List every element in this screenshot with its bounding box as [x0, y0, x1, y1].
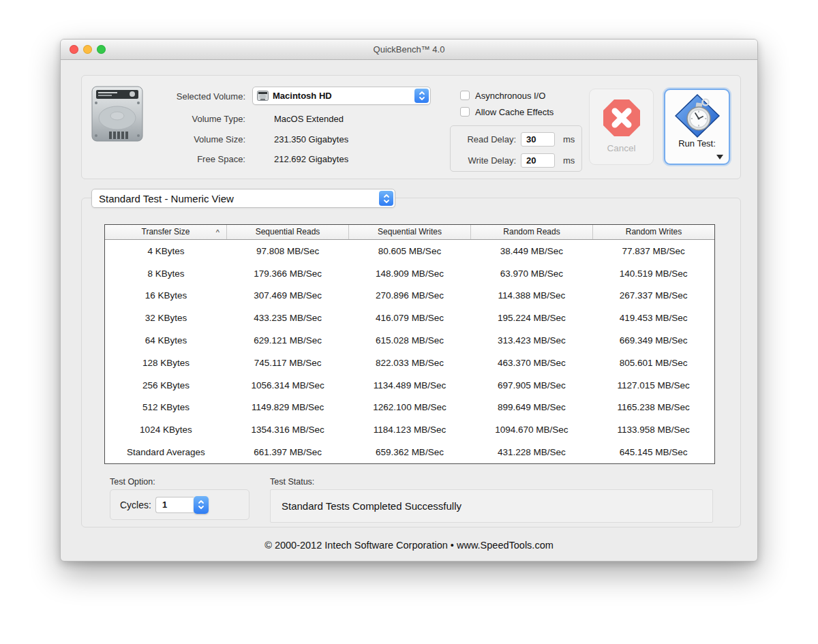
cell: 307.469 MB/Sec — [227, 290, 349, 301]
cache-effects-checkbox-row: Allow Cache Effects — [460, 106, 554, 117]
column-header-sequential-reads[interactable]: Sequential Reads — [227, 225, 349, 239]
cell: Standard Averages — [105, 447, 227, 457]
results-table: Transfer Size ^ Sequential Reads Sequent… — [104, 224, 715, 464]
sort-ascending-icon: ^ — [216, 226, 219, 240]
cell: 899.649 MB/Sec — [470, 402, 592, 412]
test-status-message: Standard Tests Completed Successfully — [282, 500, 461, 512]
free-space-value: 212.692 Gigabytes — [274, 154, 348, 164]
column-header-random-writes[interactable]: Random Writes — [593, 225, 714, 239]
cache-effects-label: Allow Cache Effects — [475, 107, 554, 117]
cell: 1165.238 MB/Sec — [592, 402, 714, 412]
test-option-label: Test Option: — [110, 477, 155, 487]
cell: 805.601 MB/Sec — [592, 358, 714, 368]
cell: 433.235 MB/Sec — [227, 313, 349, 323]
cell: 463.370 MB/Sec — [470, 358, 592, 368]
volume-type-value: MacOS Extended — [274, 114, 344, 124]
cell: 615.028 MB/Sec — [349, 335, 471, 346]
cell: 179.366 MB/Sec — [227, 269, 349, 279]
table-row[interactable]: 256 KBytes 1056.314 MB/Sec 1134.489 MB/S… — [105, 374, 714, 397]
cell: 8 KBytes — [105, 269, 227, 279]
run-test-button[interactable]: Run Test: — [664, 89, 730, 165]
volume-panel: Selected Volume: Macintosh HD — [81, 75, 741, 179]
cell: 416.079 MB/Sec — [349, 313, 471, 323]
cycles-stepper-icon[interactable] — [194, 496, 209, 514]
table-row[interactable]: 1024 KBytes 1354.316 MB/Sec 1184.123 MB/… — [105, 418, 714, 441]
cell: 97.808 MB/Sec — [227, 246, 349, 256]
cell: 629.121 MB/Sec — [227, 335, 349, 346]
cell: 1262.100 MB/Sec — [349, 402, 471, 412]
table-row[interactable]: 512 KBytes 1149.829 MB/Sec 1262.100 MB/S… — [105, 397, 714, 419]
cell: 148.909 MB/Sec — [349, 269, 471, 279]
test-status-box: Standard Tests Completed Successfully — [270, 489, 713, 523]
table-row[interactable]: 4 KBytes 97.808 MB/Sec 80.605 MB/Sec 38.… — [105, 240, 714, 262]
cell: 661.397 MB/Sec — [227, 447, 349, 457]
async-io-checkbox[interactable] — [460, 91, 470, 100]
table-row-standard-averages[interactable]: Standard Averages 661.397 MB/Sec 659.362… — [105, 441, 714, 463]
minimize-window-button[interactable] — [83, 45, 92, 54]
volume-select[interactable]: Macintosh HD — [252, 87, 431, 105]
traffic-lights — [70, 45, 106, 54]
cell: 63.970 MB/Sec — [470, 269, 592, 279]
cell: 645.145 MB/Sec — [592, 447, 714, 457]
write-delay-input[interactable]: 20 — [521, 153, 555, 168]
view-mode-stepper-icon[interactable] — [379, 191, 393, 206]
window-content: Selected Volume: Macintosh HD — [61, 60, 757, 561]
cell: 1056.314 MB/Sec — [227, 380, 349, 390]
volume-select-stepper-icon[interactable] — [414, 89, 429, 103]
async-io-label: Asynchronous I/O — [475, 91, 545, 101]
table-row[interactable]: 64 KBytes 629.121 MB/Sec 615.028 MB/Sec … — [105, 329, 714, 352]
cache-effects-checkbox[interactable] — [460, 107, 470, 117]
cell: 1024 KBytes — [105, 425, 227, 435]
view-mode-value: Standard Test - Numeric View — [99, 193, 234, 204]
cell: 1133.958 MB/Sec — [592, 425, 714, 435]
cell: 140.519 MB/Sec — [592, 269, 714, 279]
cell: 822.033 MB/Sec — [349, 358, 471, 368]
column-header-transfer-size[interactable]: Transfer Size ^ — [105, 225, 227, 239]
selected-volume-value: Macintosh HD — [273, 91, 332, 101]
zoom-window-button[interactable] — [97, 45, 106, 54]
cancel-button-label: Cancel — [607, 143, 635, 153]
cell: 267.337 MB/Sec — [592, 290, 714, 301]
cell: 80.605 MB/Sec — [349, 246, 471, 256]
cell: 4 KBytes — [105, 246, 227, 256]
table-row[interactable]: 128 KBytes 745.117 MB/Sec 822.033 MB/Sec… — [105, 352, 714, 374]
close-window-button[interactable] — [70, 45, 78, 54]
cell: 697.905 MB/Sec — [470, 380, 592, 390]
cell: 512 KBytes — [105, 402, 227, 412]
table-row[interactable]: 32 KBytes 433.235 MB/Sec 416.079 MB/Sec … — [105, 307, 714, 329]
cancel-button[interactable]: Cancel — [589, 89, 654, 165]
window-titlebar[interactable]: QuickBench™ 4.0 — [61, 40, 757, 60]
cell: 745.117 MB/Sec — [227, 358, 349, 368]
cell: 313.423 MB/Sec — [470, 335, 592, 346]
run-test-button-label: Run Test: — [678, 138, 716, 149]
table-row[interactable]: 8 KBytes 179.366 MB/Sec 148.909 MB/Sec 6… — [105, 262, 714, 285]
window-title: QuickBench™ 4.0 — [61, 40, 757, 59]
cell: 64 KBytes — [105, 335, 227, 346]
test-status-label: Test Status: — [270, 477, 314, 487]
quickbench-window: QuickBench™ 4.0 — [60, 39, 758, 562]
cell: 16 KBytes — [105, 290, 227, 301]
test-option-group: Cycles: 1 — [110, 489, 249, 520]
table-row[interactable]: 16 KBytes 307.469 MB/Sec 270.896 MB/Sec … — [105, 285, 714, 307]
cell: 1127.015 MB/Sec — [592, 380, 714, 390]
column-header-sequential-writes[interactable]: Sequential Writes — [349, 225, 471, 239]
view-mode-select[interactable]: Standard Test - Numeric View — [91, 189, 395, 208]
cell: 1149.829 MB/Sec — [227, 402, 349, 412]
cycles-input[interactable]: 1 — [155, 497, 194, 513]
cycles-label: Cycles: — [120, 500, 151, 510]
cell: 1134.489 MB/Sec — [349, 380, 471, 390]
cell: 431.228 MB/Sec — [470, 447, 592, 457]
stopwatch-diamond-icon — [675, 94, 720, 138]
free-space-label: Free Space: — [102, 154, 245, 164]
column-header-random-reads[interactable]: Random Reads — [471, 225, 593, 239]
read-delay-unit: ms — [563, 134, 575, 144]
delay-settings-group: Read Delay: 30 ms Write Delay: 20 ms — [450, 125, 582, 172]
cell: 32 KBytes — [105, 313, 227, 323]
volume-type-label: Volume Type: — [102, 114, 245, 124]
read-delay-label: Read Delay: — [451, 134, 516, 144]
cell: 270.896 MB/Sec — [349, 290, 471, 301]
run-test-dropdown-caret-icon — [716, 155, 723, 159]
cell: 1354.316 MB/Sec — [227, 425, 349, 435]
volume-size-label: Volume Size: — [102, 134, 245, 144]
read-delay-input[interactable]: 30 — [521, 132, 555, 147]
